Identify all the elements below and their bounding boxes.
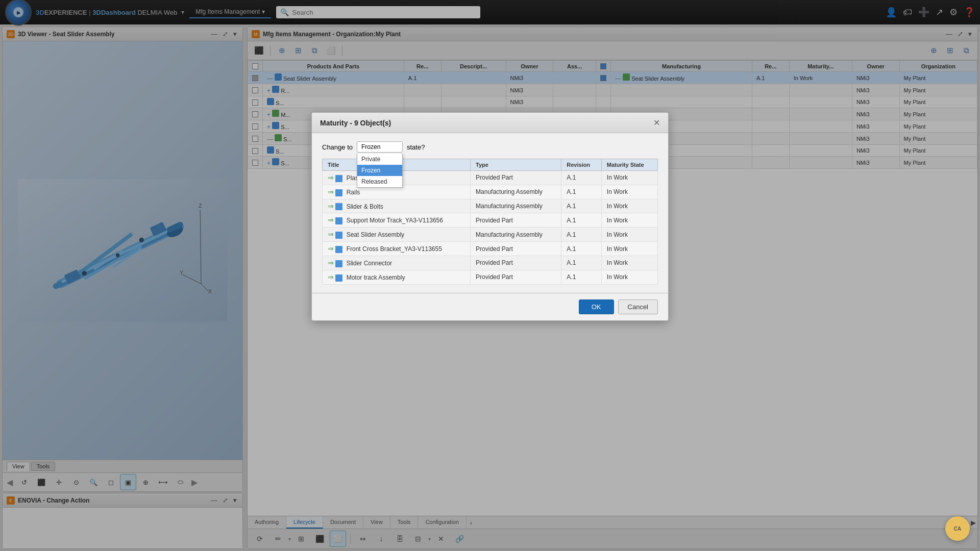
obj-maturity-state: In Work — [601, 242, 657, 256]
obj-status-icon: ⇒ — [328, 273, 334, 281]
obj-part-cube-icon — [335, 246, 342, 253]
obj-status-icon: ⇒ — [328, 216, 334, 224]
obj-title: Slider & Bolts — [347, 203, 383, 210]
dropdown-list: Private Frozen Released — [357, 154, 403, 188]
obj-type: Provided Part — [471, 242, 561, 256]
obj-maturity-state: In Work — [601, 199, 657, 213]
dropdown-item-released[interactable]: Released — [357, 176, 402, 187]
obj-maturity-state: In Work — [601, 171, 657, 185]
obj-status-icon: ⇒ — [328, 202, 334, 210]
obj-part-cube-icon — [335, 189, 342, 196]
obj-col-type: Type — [471, 159, 561, 171]
obj-maturity-state: In Work — [601, 270, 657, 284]
obj-table-row[interactable]: ⇒ Front Cross Bracket_YA3-V113655 Provid… — [323, 242, 658, 256]
obj-status-icon: ⇒ — [328, 259, 334, 267]
obj-type: Manufacturing Assembly — [471, 199, 561, 213]
obj-maturity-state: In Work — [601, 213, 657, 228]
obj-table-row[interactable]: ⇒ Support Motor Track_YA3-V113656 Provid… — [323, 213, 658, 228]
change-to-label: Change to — [322, 143, 353, 151]
obj-revision: A.1 — [561, 256, 602, 270]
obj-revision: A.1 — [561, 213, 602, 228]
obj-title: Support Motor Track_YA3-V113656 — [347, 217, 443, 224]
obj-part-cube-icon — [335, 274, 342, 282]
obj-part-cube-icon — [335, 175, 342, 182]
obj-type: Manufacturing Assembly — [471, 185, 561, 199]
modal-overlay[interactable]: Maturity - 9 Object(s) ✕ Change to Priva… — [0, 0, 980, 551]
change-to-row: Change to Private Frozen Released Privat… — [322, 141, 658, 153]
obj-revision: A.1 — [561, 228, 602, 242]
obj-col-revision: Revision — [561, 159, 602, 171]
obj-title: Slider Connector — [347, 260, 392, 267]
obj-table-row[interactable]: ⇒ Slider & Bolts Manufacturing Assembly … — [323, 199, 658, 213]
modal-close-btn[interactable]: ✕ — [653, 118, 660, 128]
obj-type: Manufacturing Assembly — [471, 228, 561, 242]
maturity-modal: Maturity - 9 Object(s) ✕ Change to Priva… — [311, 112, 669, 321]
obj-revision: A.1 — [561, 199, 602, 213]
obj-type: Provided Part — [471, 171, 561, 185]
obj-revision: A.1 — [561, 270, 602, 284]
obj-status-icon: ⇒ — [328, 244, 334, 253]
cancel-button[interactable]: Cancel — [618, 299, 658, 314]
modal-header: Maturity - 9 Object(s) ✕ — [312, 113, 668, 133]
obj-title: Front Cross Bracket_YA3-V113655 — [347, 245, 442, 253]
obj-revision: A.1 — [561, 171, 602, 185]
obj-table-row[interactable]: ⇒ Seat Slider Assembly Manufacturing Ass… — [323, 228, 658, 242]
obj-status-icon: ⇒ — [328, 230, 334, 238]
state-dropdown[interactable]: Private Frozen Released — [357, 141, 403, 153]
modal-body: Change to Private Frozen Released Privat… — [312, 133, 668, 293]
modal-title: Maturity - 9 Object(s) — [320, 119, 391, 127]
state-dropdown-wrap: Private Frozen Released Private Frozen R… — [357, 141, 403, 153]
ok-button[interactable]: OK — [579, 299, 614, 314]
obj-part-cube-icon — [335, 217, 342, 224]
obj-type: Provided Part — [471, 270, 561, 284]
obj-revision: A.1 — [561, 242, 602, 256]
obj-part-cube-icon — [335, 203, 342, 210]
obj-type: Provided Part — [471, 256, 561, 270]
obj-table-row[interactable]: ⇒ Slider Connector Provided Part A.1 In … — [323, 256, 658, 270]
obj-col-maturity: Maturity State — [601, 159, 657, 171]
dropdown-item-frozen[interactable]: Frozen — [357, 165, 402, 176]
obj-maturity-state: In Work — [601, 256, 657, 270]
modal-footer: OK Cancel — [312, 293, 668, 320]
obj-title: Seat Slider Assembly — [347, 231, 404, 238]
obj-part-cube-icon — [335, 260, 342, 267]
agent-badge: CA — [945, 516, 970, 541]
obj-maturity-state: In Work — [601, 185, 657, 199]
dropdown-item-private[interactable]: Private — [357, 154, 402, 165]
obj-revision: A.1 — [561, 185, 602, 199]
obj-maturity-state: In Work — [601, 228, 657, 242]
obj-title: Motor track Assembly — [347, 274, 405, 281]
obj-table-row[interactable]: ⇒ Motor track Assembly Provided Part A.1… — [323, 270, 658, 284]
obj-status-icon: ⇒ — [328, 188, 334, 196]
obj-part-cube-icon — [335, 232, 342, 239]
state-label: state? — [407, 143, 425, 151]
obj-status-icon: ⇒ — [328, 173, 334, 182]
obj-title: Rails — [347, 189, 360, 196]
obj-type: Provided Part — [471, 213, 561, 228]
